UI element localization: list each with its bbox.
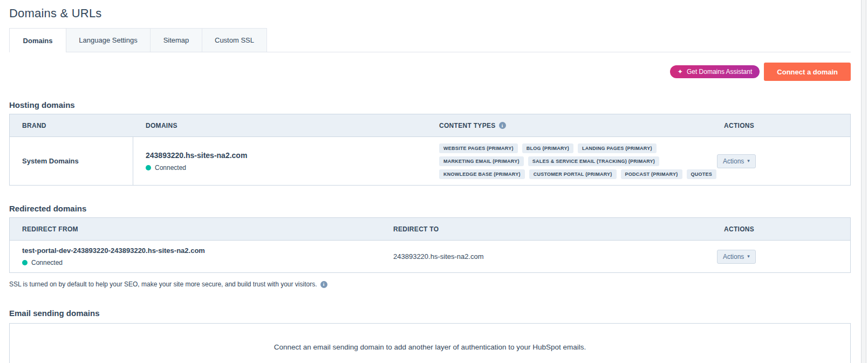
content-type-badge: QUOTES [687,169,717,179]
actions-button-label: Actions [723,253,744,261]
toolbar: ✦ Get Domains Assistant Connect a domain [9,63,851,81]
redirected-domains-table: REDIRECT FROM REDIRECT TO ACTIONS test-p… [9,217,851,273]
info-icon[interactable]: i [320,281,327,288]
column-redirect-to: REDIRECT TO [381,225,712,233]
domain-name: 243893220.hs-sites-na2.com [146,151,427,160]
hosting-table-header: BRAND DOMAINS CONTENT TYPES i ACTIONS [10,114,850,136]
actions-cell: Actions ▾ [712,154,850,168]
redirected-domains-heading: Redirected domains [9,204,851,214]
column-content-types-label: CONTENT TYPES [439,122,496,129]
tab-domains[interactable]: Domains [9,28,66,52]
column-redirect-from: REDIRECT FROM [10,225,381,233]
tab-bar: DomainsLanguage SettingsSitemapCustom SS… [9,28,851,52]
get-domains-assistant-button[interactable]: ✦ Get Domains Assistant [670,65,760,78]
connected-status-icon [22,260,28,265]
content-type-badge: SALES & SERVICE EMAIL (TRACKING) (PRIMAR… [528,156,659,166]
actions-dropdown-button[interactable]: Actions ▾ [717,154,756,168]
sparkle-icon: ✦ [678,69,683,75]
column-brand: BRAND [10,122,133,129]
content-type-badge: LANDING PAGES (PRIMARY) [578,143,657,153]
tab-sitemap[interactable]: Sitemap [150,28,202,52]
redirect-from-domain: test-portal-dev-243893220-243893220.hs-s… [22,246,381,255]
content-type-badge: PODCAST (PRIMARY) [621,169,682,179]
page-title: Domains & URLs [9,6,851,20]
tab-custom-ssl[interactable]: Custom SSL [202,28,267,52]
ssl-note: SSL is turned on by default to help your… [9,280,851,288]
domain-cell: 243893220.hs-sites-na2.com Connected [133,151,427,172]
content-type-badge: WEBSITE PAGES (PRIMARY) [439,143,518,153]
status-badge: Connected [31,259,63,266]
column-domains: DOMAINS [133,122,427,129]
status-line: Connected [146,164,427,172]
actions-dropdown-button[interactable]: Actions ▾ [717,250,756,264]
email-sending-domains-empty-state: Connect an email sending domain to add a… [9,323,851,363]
chevron-down-icon: ▾ [747,159,750,163]
hosting-domains-table: BRAND DOMAINS CONTENT TYPES i ACTIONS Sy… [9,114,851,186]
status-line: Connected [22,259,381,266]
badge-row: MARKETING EMAIL (PRIMARY)SALES & SERVICE… [439,156,712,166]
actions-cell: Actions ▾ [712,250,850,264]
content-type-badge: KNOWLEDGE BASE (PRIMARY) [439,169,525,179]
column-actions: ACTIONS [712,225,850,233]
redirect-to-domain: 243893220.hs-sites-na2.com [381,252,712,261]
redirect-table-header: REDIRECT FROM REDIRECT TO ACTIONS [10,218,850,240]
status-badge: Connected [155,164,186,172]
content-type-badges: WEBSITE PAGES (PRIMARY)BLOG (PRIMARY)LAN… [427,143,712,179]
brand-cell: System Domains [10,137,133,185]
content-type-badge: BLOG (PRIMARY) [522,143,573,153]
redirect-from-cell: test-portal-dev-243893220-243893220.hs-s… [10,246,381,266]
email-sending-domains-heading: Email sending domains [9,309,851,318]
badge-row: WEBSITE PAGES (PRIMARY)BLOG (PRIMARY)LAN… [439,143,712,153]
content-type-badge: CUSTOMER PORTAL (PRIMARY) [529,169,617,179]
vertical-scrollbar[interactable] [861,0,866,363]
table-row: System Domains 243893220.hs-sites-na2.co… [10,136,850,185]
connected-status-icon [146,165,151,170]
column-actions: ACTIONS [712,122,850,129]
email-empty-text: Connect an email sending domain to add a… [274,343,586,363]
tab-language-settings[interactable]: Language Settings [66,28,151,52]
info-icon[interactable]: i [499,122,506,129]
settings-content: Domains & URLs DomainsLanguage SettingsS… [9,0,851,363]
hosting-domains-heading: Hosting domains [9,100,851,110]
connect-a-domain-button[interactable]: Connect a domain [764,63,851,81]
assistant-button-label: Get Domains Assistant [687,68,752,76]
column-content-types: CONTENT TYPES i [427,122,712,129]
content-type-badge: MARKETING EMAIL (PRIMARY) [439,156,524,166]
actions-button-label: Actions [723,157,744,165]
chevron-down-icon: ▾ [747,254,750,259]
table-row: test-portal-dev-243893220-243893220.hs-s… [10,240,850,272]
badge-row: KNOWLEDGE BASE (PRIMARY)CUSTOMER PORTAL … [439,169,712,179]
ssl-note-text: SSL is turned on by default to help your… [9,280,317,288]
